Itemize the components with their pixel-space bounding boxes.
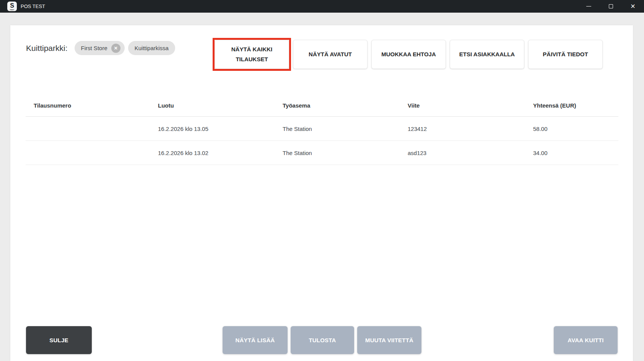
card-header: Kuittiparkki: First Store ✕ Kuittiparkis… xyxy=(26,41,179,55)
filter-tag-store-label: First Store xyxy=(81,45,107,51)
table-header-row: Tilausnumero Luotu Työasema Viite Yhteen… xyxy=(26,94,618,117)
show-open-button[interactable]: NÄYTÄ AVATUT xyxy=(293,40,368,69)
column-header-reference: Viite xyxy=(400,94,525,116)
maximize-button[interactable] xyxy=(600,0,622,13)
cell-reference: asd123 xyxy=(400,141,525,165)
remove-tag-button[interactable]: ✕ xyxy=(111,44,120,53)
app-logo-subtext: TEST xyxy=(7,9,17,11)
open-receipt-button[interactable]: AVAA KUITTI xyxy=(554,326,618,354)
orders-table: Tilausnumero Luotu Työasema Viite Yhteen… xyxy=(26,94,618,165)
cell-total: 58.00 xyxy=(525,117,618,140)
refresh-data-button[interactable]: PÄIVITÄ TIEDOT xyxy=(528,40,603,69)
window-controls: ✕ xyxy=(577,0,644,13)
app-logo-glyph: S xyxy=(10,3,14,9)
cell-workstation: The Station xyxy=(275,141,400,165)
show-more-button[interactable]: NÄYTÄ LISÄÄ xyxy=(223,326,288,354)
cell-order-number xyxy=(26,141,150,165)
close-icon: ✕ xyxy=(630,3,635,10)
column-header-created: Luotu xyxy=(150,94,275,116)
filter-tag-status: Kuittiparkissa xyxy=(128,41,175,55)
cell-total: 34.00 xyxy=(525,141,618,165)
cell-reference: 123412 xyxy=(400,117,525,140)
minimize-button[interactable] xyxy=(577,0,600,13)
column-header-total: Yhteensä (EUR) xyxy=(525,94,618,116)
edit-terms-button[interactable]: MUOKKAA EHTOJA xyxy=(371,40,446,69)
change-reference-button[interactable]: MUUTA VIITETTÄ xyxy=(357,326,421,354)
show-all-orders-button[interactable]: NÄYTÄ KAIKKI TILAUKSET xyxy=(215,40,289,69)
column-header-order-number: Tilausnumero xyxy=(26,94,150,116)
filter-tag-store: First Store ✕ xyxy=(75,41,125,55)
titlebar: S TEST POS TEST ✕ xyxy=(0,0,644,13)
toolbar: NÄYTÄ KAIKKI TILAUKSET NÄYTÄ AVATUT MUOK… xyxy=(215,40,603,69)
main-card: Kuittiparkki: First Store ✕ Kuittiparkis… xyxy=(10,25,633,361)
footer-actions: SULJE NÄYTÄ LISÄÄ TULOSTA MUUTA VIITETTÄ… xyxy=(26,326,618,354)
search-by-customer-button[interactable]: ETSI ASIAKKAALLA xyxy=(450,40,524,69)
cell-created: 16.2.2026 klo 13.05 xyxy=(150,117,275,140)
filter-tag-status-label: Kuittiparkissa xyxy=(135,45,169,51)
window-title: POS TEST xyxy=(21,3,45,9)
table-row[interactable]: 16.2.2026 klo 13.05 The Station 123412 5… xyxy=(26,117,618,141)
maximize-icon xyxy=(609,4,613,8)
close-button[interactable]: SULJE xyxy=(26,326,92,354)
cell-order-number xyxy=(26,117,150,140)
footer-middle-group: NÄYTÄ LISÄÄ TULOSTA MUUTA VIITETTÄ xyxy=(223,326,421,354)
page-title: Kuittiparkki: xyxy=(26,44,68,53)
print-button[interactable]: TULOSTA xyxy=(291,326,354,354)
remove-tag-icon: ✕ xyxy=(114,46,118,51)
minimize-icon xyxy=(586,6,591,7)
app-icon: S TEST xyxy=(7,2,17,11)
cell-created: 16.2.2026 klo 13.02 xyxy=(150,141,275,165)
close-window-button[interactable]: ✕ xyxy=(622,0,644,13)
cell-workstation: The Station xyxy=(275,117,400,140)
table-row[interactable]: 16.2.2026 klo 13.02 The Station asd123 3… xyxy=(26,141,618,165)
column-header-workstation: Työasema xyxy=(275,94,400,116)
